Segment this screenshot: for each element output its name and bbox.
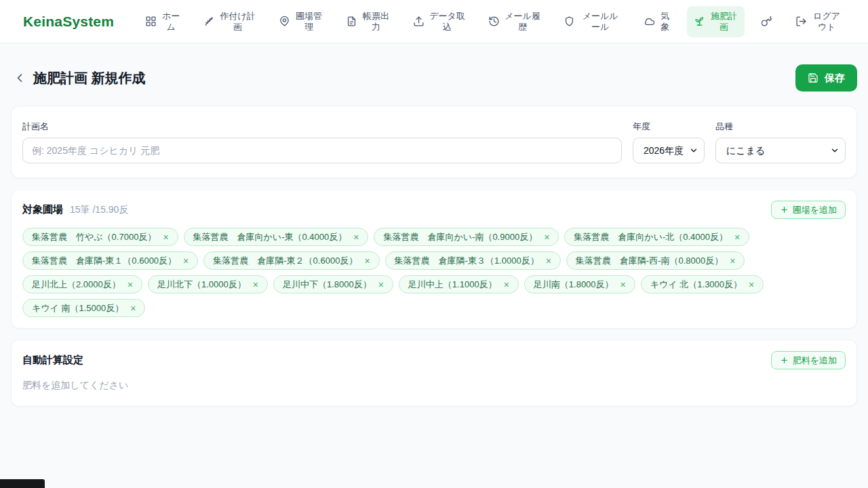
chip-remove-button[interactable]: × bbox=[620, 280, 626, 289]
add-fertilizer-button-label: 肥料を追加 bbox=[793, 354, 837, 367]
field-chip-label: 集落営農 倉庫向かい-東（0.4000反） bbox=[193, 231, 347, 243]
nav-item-label: メール履歴 bbox=[505, 11, 540, 33]
field-chip: 集落営農 倉庫隣-東２（0.6000反） × bbox=[203, 251, 379, 270]
save-icon bbox=[808, 73, 818, 83]
chip-remove-button[interactable]: × bbox=[749, 280, 754, 289]
nav-item-data-import[interactable]: データ取込 bbox=[406, 6, 472, 37]
target-fields-title: 対象圃場 bbox=[22, 203, 63, 216]
plus-icon bbox=[780, 356, 789, 365]
plan-name-input[interactable] bbox=[22, 138, 622, 163]
chip-remove-button[interactable]: × bbox=[378, 280, 384, 289]
home-grid-icon bbox=[145, 16, 157, 27]
nav-item-label: メールルール bbox=[580, 11, 620, 33]
chip-remove-button[interactable]: × bbox=[130, 304, 136, 313]
field-chip: 足川中下（1.8000反） × bbox=[273, 275, 393, 293]
chevron-left-icon bbox=[13, 71, 26, 85]
field-chip-label: 集落営農 竹やぶ（0.7000反） bbox=[32, 231, 156, 243]
chip-remove-button[interactable]: × bbox=[364, 256, 370, 266]
chip-remove-button[interactable]: × bbox=[546, 256, 551, 266]
chip-remove-button[interactable]: × bbox=[544, 232, 549, 242]
nav-item-fertilization-plan[interactable]: 施肥計画 bbox=[687, 6, 745, 37]
year-field: 年度 2026年度 bbox=[633, 121, 705, 163]
chip-remove-button[interactable]: × bbox=[734, 232, 740, 242]
map-pin-icon bbox=[279, 16, 290, 27]
logout-icon bbox=[795, 16, 807, 27]
nav-item-weather[interactable]: 気象 bbox=[637, 6, 677, 37]
nav-item-planting-plan[interactable]: 作付け計画 bbox=[197, 6, 262, 37]
variety-field: 品種 にこまる bbox=[715, 121, 846, 163]
nav-item-label: 圃場管理 bbox=[295, 11, 323, 33]
field-chip: 集落営農 竹やぶ（0.7000反） × bbox=[22, 228, 178, 246]
nav-item-label: ログアウト bbox=[812, 11, 842, 33]
fertilizer-empty-hint: 肥料を追加してください bbox=[22, 380, 846, 392]
field-chip-label: 集落営農 倉庫向かい-南（0.9000反） bbox=[383, 231, 537, 243]
field-chip: 足川中上（1.1000反） × bbox=[399, 275, 519, 293]
nav-item-label: 気象 bbox=[660, 11, 671, 33]
chip-remove-button[interactable]: × bbox=[127, 280, 133, 289]
field-chip: 集落営農 倉庫隣-東３（1.0000反） × bbox=[385, 251, 561, 270]
history-icon bbox=[488, 16, 500, 27]
cloud-icon bbox=[644, 16, 655, 27]
nav-item-logout[interactable]: ログアウト bbox=[789, 6, 848, 37]
field-chip: 集落営農 倉庫向かい-南（0.9000反） × bbox=[374, 228, 559, 246]
chip-remove-button[interactable]: × bbox=[504, 280, 509, 289]
document-icon bbox=[346, 16, 357, 27]
year-select[interactable]: 2026年度 bbox=[633, 138, 705, 163]
chip-remove-button[interactable]: × bbox=[183, 256, 189, 266]
chip-remove-button[interactable]: × bbox=[163, 232, 168, 242]
save-button-label: 保存 bbox=[825, 72, 845, 85]
main-content: 施肥計画 新規作成 保存 計画名 年度 2026年度 bbox=[0, 64, 868, 407]
shield-icon bbox=[564, 16, 575, 27]
nav-item-mail-rules[interactable]: メールルール bbox=[557, 6, 627, 37]
field-chip-label: 集落営農 倉庫隣-西-南（0.8000反） bbox=[576, 255, 723, 267]
nav-item-field-management[interactable]: 圃場管理 bbox=[272, 6, 330, 37]
nav-item-mail-history[interactable]: メール履歴 bbox=[481, 6, 547, 37]
browser-status-bar bbox=[0, 479, 45, 488]
back-button[interactable] bbox=[11, 69, 28, 87]
field-chip-label: 足川北上（2.0000反） bbox=[32, 279, 121, 291]
year-label: 年度 bbox=[633, 121, 705, 133]
field-chip-label: 集落営農 倉庫向かい-北（0.4000反） bbox=[574, 231, 728, 243]
field-chip-label: 足川北下（1.0000反） bbox=[157, 279, 246, 291]
field-chip: 集落営農 倉庫向かい-東（0.4000反） × bbox=[184, 228, 369, 246]
nav-item-label: データ取込 bbox=[429, 11, 465, 33]
key-icon bbox=[761, 16, 772, 27]
auto-calc-card: 自動計算設定 肥料を追加 肥料を追加してください bbox=[11, 340, 857, 407]
nav-item-key[interactable] bbox=[754, 11, 779, 32]
field-chip: 足川北上（2.0000反） × bbox=[22, 275, 142, 293]
field-chip-label: キウイ 北（1.3000反） bbox=[650, 279, 742, 291]
add-field-button-label: 圃場を追加 bbox=[793, 204, 837, 216]
field-chip-label: キウイ 南（1.5000反） bbox=[32, 302, 123, 314]
field-chip: 足川南（1.8000反） × bbox=[524, 275, 635, 293]
field-chip: キウイ 北（1.3000反） × bbox=[641, 275, 764, 293]
nav-item-label: 帳票出力 bbox=[362, 11, 390, 33]
field-chip: 集落営農 倉庫隣-西-南（0.8000反） × bbox=[566, 251, 745, 270]
target-fields-card: 対象圃場 15筆 /15.90反 圃場を追加 集落営農 竹やぶ（0.7000反）… bbox=[11, 189, 857, 329]
field-chip-label: 足川中上（1.1000反） bbox=[408, 279, 497, 291]
chip-remove-button[interactable]: × bbox=[353, 232, 359, 242]
nav-item-label: ホーム bbox=[161, 11, 180, 33]
brand-logo[interactable]: KeinaSystem bbox=[23, 14, 114, 30]
chip-remove-button[interactable]: × bbox=[730, 256, 735, 266]
field-chip: 足川北下（1.0000反） × bbox=[148, 275, 268, 293]
plan-name-field: 計画名 bbox=[22, 121, 622, 163]
field-chip: 集落営農 倉庫隣-東１（0.6000反） × bbox=[22, 251, 198, 270]
field-chip: 集落営農 倉庫向かい-北（0.4000反） × bbox=[564, 228, 749, 246]
field-chip-label: 足川中下（1.8000反） bbox=[283, 279, 372, 291]
nav-list: ホーム 作付け計画 圃場管理 帳票出力 データ取込 bbox=[138, 6, 848, 37]
plan-name-label: 計画名 bbox=[22, 121, 622, 133]
save-button[interactable]: 保存 bbox=[795, 64, 857, 92]
top-nav: KeinaSystem ホーム 作付け計画 圃場管理 帳票出力 bbox=[0, 0, 868, 43]
page-header: 施肥計画 新規作成 保存 bbox=[11, 64, 857, 92]
field-chip-label: 足川南（1.8000反） bbox=[534, 279, 614, 291]
variety-select[interactable]: にこまる bbox=[715, 138, 846, 163]
add-fertilizer-button[interactable]: 肥料を追加 bbox=[771, 351, 846, 369]
field-chip: キウイ 南（1.5000反） × bbox=[22, 299, 145, 317]
upload-icon bbox=[413, 16, 425, 27]
field-chip-label: 集落営農 倉庫隣-東３（1.0000反） bbox=[395, 255, 539, 267]
auto-calc-title: 自動計算設定 bbox=[22, 354, 83, 367]
chip-remove-button[interactable]: × bbox=[253, 280, 258, 289]
nav-item-home[interactable]: ホーム bbox=[138, 6, 187, 37]
nav-item-report-output[interactable]: 帳票出力 bbox=[339, 6, 397, 37]
add-field-button[interactable]: 圃場を追加 bbox=[771, 201, 846, 219]
